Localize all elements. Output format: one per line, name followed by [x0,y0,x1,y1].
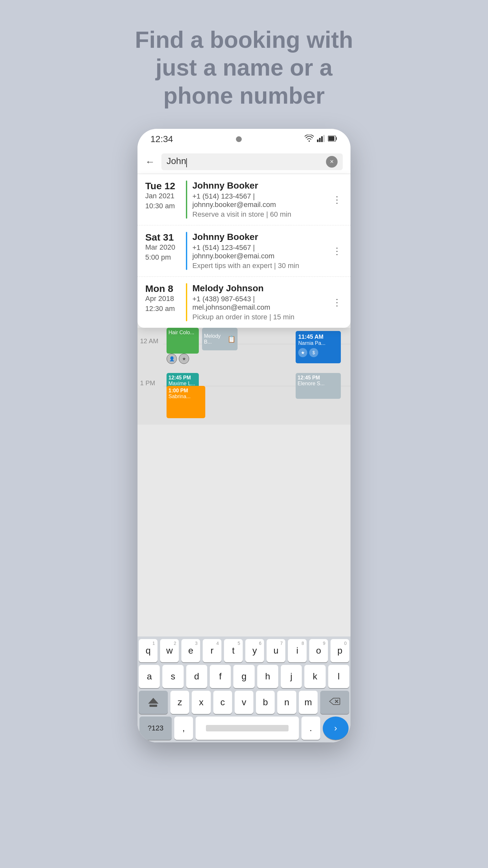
cal-event-elenore: 12:45 PM Elenore S... [296,373,341,399]
phone-frame: 12:34 [137,129,351,742]
more-button-3[interactable]: ⋮ [331,283,343,321]
date-time-1: 10:30 am [145,201,181,211]
key-b[interactable]: b [256,691,275,714]
cal-event-haircolor: Hair Colo... [166,328,199,353]
key-r[interactable]: 4 r [203,639,221,662]
space-label [206,725,289,732]
color-bar-1 [186,181,187,219]
svg-rect-2 [321,136,323,142]
battery-icon [328,135,337,143]
more-button-2[interactable]: ⋮ [331,232,343,270]
enter-key[interactable]: › [323,717,349,740]
key-number-8: 8 [301,641,304,646]
back-button[interactable]: ← [145,156,155,167]
key-g[interactable]: g [233,665,254,688]
key-letter-i: i [296,646,298,656]
status-bar: 12:34 [137,129,351,150]
key-n[interactable]: n [277,691,296,714]
period-label: . [310,723,312,733]
key-h[interactable]: h [257,665,278,688]
key-number-7: 7 [280,641,283,646]
keyboard[interactable]: 1 q 2 w 3 e 4 r 5 t 6 y [137,637,351,742]
key-letter-w: w [166,646,173,656]
enter-icon: › [334,723,337,733]
key-number-6: 6 [259,641,261,646]
booking-name-3: Melody Johnson [192,283,326,293]
key-number-5: 5 [237,641,240,646]
key-row-numbers: 1 q 2 w 3 e 4 r 5 t 6 y [139,639,349,662]
svg-rect-0 [317,140,319,142]
backspace-key[interactable] [320,691,349,714]
key-number-3: 3 [195,641,197,646]
key-u[interactable]: 7 u [267,639,285,662]
key-k[interactable]: k [304,665,325,688]
key-z[interactable]: z [170,691,189,714]
key-space[interactable] [196,717,299,740]
key-letter-t: t [232,646,235,656]
svg-rect-3 [323,135,325,142]
more-button-1[interactable]: ⋮ [331,181,343,219]
cal-event-sabrina: 1:00 PM Sabrina... [166,386,205,418]
date-time-2: 5:00 pm [145,252,181,262]
key-l[interactable]: l [328,665,349,688]
key-p[interactable]: 0 p [330,639,349,662]
key-d[interactable]: d [186,665,207,688]
result-item-2[interactable]: Sat 31 Mar 2020 5:00 pm Johnny Booker +1… [137,225,351,277]
info-col-3: Melody Johnson +1 (438) 987-6543 | mel.j… [192,283,326,321]
key-letter-r: r [210,646,213,656]
key-comma[interactable]: , [174,717,193,740]
key-a[interactable]: a [139,665,160,688]
search-results-dropdown: Tue 12 Jan 2021 10:30 am Johnny Booker +… [137,174,351,328]
search-input-container[interactable]: John × [161,153,343,170]
text-cursor [186,158,187,167]
key-j[interactable]: j [281,665,302,688]
date-time-3: 12:30 am [145,304,181,314]
key-number-9: 9 [323,641,325,646]
key-w[interactable]: 2 w [160,639,179,662]
key-letter-o: o [316,646,321,656]
search-bar: ← John × [137,150,351,174]
key-c[interactable]: c [213,691,232,714]
booking-contact-2: +1 (514) 123-4567 | johnny.booker@emai.c… [192,244,326,260]
key-number-1: 1 [152,641,155,646]
key-e[interactable]: 3 e [182,639,200,662]
status-time: 12:34 [151,134,173,144]
key-special-123[interactable]: ?123 [139,717,172,740]
key-t[interactable]: 5 t [224,639,243,662]
date-day-1: Tue 12 [145,181,181,191]
key-x[interactable]: x [192,691,210,714]
time-label-1pm: 1 PM [140,379,155,387]
svg-rect-5 [329,136,334,141]
hero-title: Find a booking with just a name or a pho… [131,26,357,110]
shift-key[interactable] [139,691,168,714]
key-row-zxcv: z x c v b n m [139,691,349,714]
date-day-3: Mon 8 [145,283,181,294]
key-letter-q: q [145,646,151,656]
key-v[interactable]: v [235,691,253,714]
booking-name-2: Johnny Booker [192,232,326,242]
key-s[interactable]: s [162,665,183,688]
result-item-1[interactable]: Tue 12 Jan 2021 10:30 am Johnny Booker +… [137,174,351,225]
key-y[interactable]: 6 y [245,639,264,662]
date-col-1: Tue 12 Jan 2021 10:30 am [145,181,181,219]
camera-dot [236,136,242,142]
date-month-1: Jan 2021 [145,191,181,201]
info-col-2: Johnny Booker +1 (514) 123-4567 | johnny… [192,232,326,270]
key-m[interactable]: m [299,691,318,714]
key-q[interactable]: 1 q [139,639,158,662]
search-query: John [166,156,187,167]
key-row-asdf: a s d f g h j k l [139,665,349,688]
result-item-3[interactable]: Mon 8 Apr 2018 12:30 am Melody Johnson +… [137,277,351,328]
wifi-icon [305,135,314,144]
key-letter-e: e [188,646,193,656]
booking-contact-3: +1 (438) 987-6543 | mel.johnson@email.co… [192,295,326,312]
shift-icon [148,698,159,707]
key-period[interactable]: . [301,717,320,740]
key-number-4: 4 [216,641,219,646]
booking-service-1: Reserve a visit in store | 60 min [192,210,326,219]
key-o[interactable]: 9 o [309,639,328,662]
key-number-0: 0 [344,641,347,646]
key-i[interactable]: 8 i [288,639,306,662]
key-f[interactable]: f [210,665,231,688]
clear-button[interactable]: × [326,156,337,167]
